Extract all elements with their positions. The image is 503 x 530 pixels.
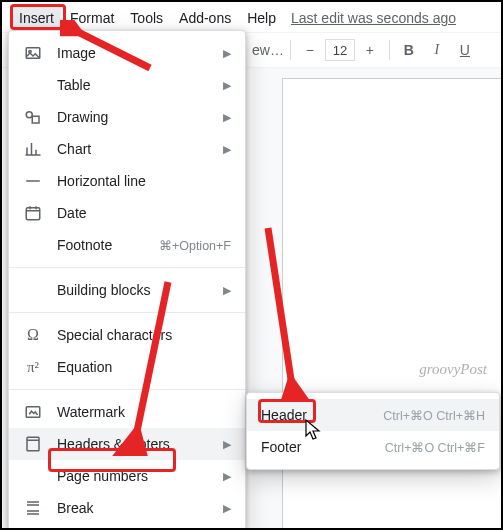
hr-icon: [23, 171, 43, 191]
headers-footers-submenu: Header Ctrl+⌘O Ctrl+⌘H Footer Ctrl+⌘O Ct…: [246, 392, 500, 470]
omega-icon: Ω: [23, 325, 43, 345]
dropdown-item-label: Footnote: [57, 237, 151, 253]
submenu-item-label: Header: [261, 407, 383, 423]
dropdown-item-equation[interactable]: π² Equation: [9, 351, 245, 383]
chevron-right-icon: ▶: [223, 47, 231, 60]
edit-status[interactable]: Last edit was seconds ago: [291, 10, 456, 26]
date-icon: [23, 203, 43, 223]
chevron-right-icon: ▶: [223, 143, 231, 156]
divider: [9, 312, 245, 313]
dropdown-item-break[interactable]: Break ▶: [9, 492, 245, 524]
dropdown-item-label: Table: [57, 77, 215, 93]
table-icon: [23, 75, 43, 95]
dropdown-item-special-characters[interactable]: Ω Special characters: [9, 319, 245, 351]
dropdown-item-date[interactable]: Date: [9, 197, 245, 229]
headers-icon: [23, 434, 43, 454]
svg-rect-6: [27, 437, 39, 451]
menu-tools[interactable]: Tools: [123, 6, 170, 30]
dropdown-item-label: Horizontal line: [57, 173, 231, 189]
underline-button[interactable]: U: [452, 37, 478, 63]
menu-insert[interactable]: Insert: [12, 6, 61, 30]
divider: [9, 267, 245, 268]
chevron-right-icon: ▶: [223, 502, 231, 515]
dropdown-item-horizontal-line[interactable]: Horizontal line: [9, 165, 245, 197]
menu-format[interactable]: Format: [63, 6, 121, 30]
footnote-icon: [23, 235, 43, 255]
break-icon: [23, 498, 43, 518]
drawing-icon: [23, 107, 43, 127]
dropdown-item-label: Building blocks: [57, 282, 215, 298]
bold-button[interactable]: B: [396, 37, 422, 63]
divider: [9, 389, 245, 390]
dropdown-item-chart[interactable]: Chart ▶: [9, 133, 245, 165]
shortcut-text: ⌘+Option+F: [159, 238, 231, 253]
dropdown-item-image[interactable]: Image ▶: [9, 37, 245, 69]
dropdown-item-footnote[interactable]: Footnote ⌘+Option+F: [9, 229, 245, 261]
dropdown-item-label: Drawing: [57, 109, 215, 125]
separator: [389, 40, 390, 60]
chevron-right-icon: ▶: [223, 438, 231, 451]
paragraph-style-truncated[interactable]: ew…: [252, 42, 284, 58]
dropdown-item-label: Chart: [57, 141, 215, 157]
chevron-right-icon: ▶: [223, 79, 231, 92]
font-size-stepper[interactable]: − 12 +: [297, 37, 383, 63]
submenu-item-footer[interactable]: Footer Ctrl+⌘O Ctrl+⌘F: [247, 431, 499, 463]
dropdown-item-table[interactable]: Table ▶: [9, 69, 245, 101]
dropdown-item-label: Watermark: [57, 404, 231, 420]
dropdown-item-label: Equation: [57, 359, 231, 375]
dropdown-item-label: Break: [57, 500, 215, 516]
separator: [290, 40, 291, 60]
minus-icon[interactable]: −: [297, 37, 323, 63]
dropdown-item-label: Image: [57, 45, 215, 61]
site-watermark: groovyPost: [419, 361, 487, 378]
svg-rect-4: [26, 208, 40, 220]
chart-icon: [23, 139, 43, 159]
submenu-item-header[interactable]: Header Ctrl+⌘O Ctrl+⌘H: [247, 399, 499, 431]
submenu-item-label: Footer: [261, 439, 385, 455]
watermark-icon: [23, 402, 43, 422]
chevron-right-icon: ▶: [223, 470, 231, 483]
dropdown-item-label: Headers & footers: [57, 436, 215, 452]
dropdown-item-watermark[interactable]: Watermark: [9, 396, 245, 428]
dropdown-item-label: Special characters: [57, 327, 231, 343]
shortcut-text: Ctrl+⌘O Ctrl+⌘H: [383, 408, 485, 423]
font-size-value[interactable]: 12: [325, 39, 355, 61]
svg-rect-3: [32, 116, 39, 123]
plus-icon[interactable]: +: [357, 37, 383, 63]
shortcut-text: Ctrl+⌘O Ctrl+⌘F: [385, 440, 485, 455]
dropdown-item-page-numbers[interactable]: Page numbers ▶: [9, 460, 245, 492]
svg-point-2: [26, 112, 32, 118]
menu-help[interactable]: Help: [240, 6, 283, 30]
dropdown-item-drawing[interactable]: Drawing ▶: [9, 101, 245, 133]
dropdown-item-label: Date: [57, 205, 231, 221]
insert-dropdown: Image ▶ Table ▶ Drawing ▶ Chart ▶ Horizo…: [8, 30, 246, 530]
chevron-right-icon: ▶: [223, 111, 231, 124]
dropdown-item-label: Page numbers: [57, 468, 215, 484]
pi-icon: π²: [23, 357, 43, 377]
dropdown-item-headers-footers[interactable]: Headers & footers ▶: [9, 428, 245, 460]
menubar: Insert Format Tools Add-ons Help Last ed…: [2, 2, 501, 32]
dropdown-item-building-blocks[interactable]: Building blocks ▶: [9, 274, 245, 306]
menu-addons[interactable]: Add-ons: [172, 6, 238, 30]
image-icon: [23, 43, 43, 63]
italic-button[interactable]: I: [424, 37, 450, 63]
blocks-icon: [23, 280, 43, 300]
chevron-right-icon: ▶: [223, 284, 231, 297]
pagenum-icon: [23, 466, 43, 486]
